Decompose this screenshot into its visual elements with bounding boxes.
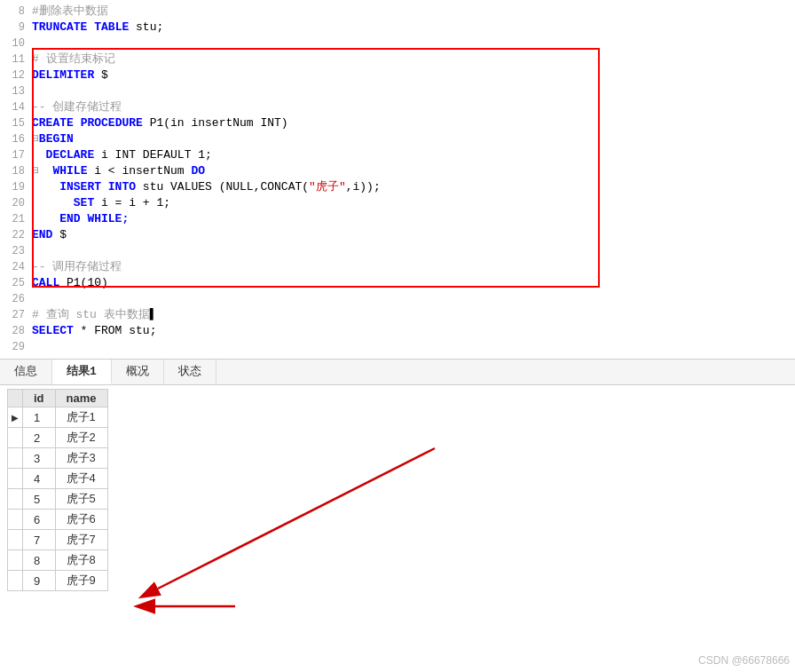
line-content: SET i = i + 1;: [32, 195, 795, 211]
code-line: 20 SET i = i + 1;: [0, 195, 795, 211]
tab-信息[interactable]: 信息: [0, 360, 52, 384]
line-number: 23: [0, 243, 32, 259]
line-content: -- 调用存储过程: [32, 259, 795, 275]
cell-id: 2: [23, 428, 56, 448]
table-row[interactable]: 5虎子5: [8, 489, 108, 510]
cell-name: 虎子1: [55, 407, 107, 428]
table-row[interactable]: 4虎子4: [8, 469, 108, 489]
line-content: CREATE PROCEDURE P1(in insertNum INT): [32, 115, 795, 131]
code-line: 10: [0, 36, 795, 51]
line-content: [32, 83, 795, 99]
cell-id: 6: [23, 510, 56, 530]
table-row[interactable]: 8虎子8: [8, 550, 108, 571]
code-line: 27# 查询 stu 表中数据▌: [0, 307, 795, 323]
result-table-wrap: idname▶1虎子12虎子23虎子34虎子45虎子56虎子67虎子78虎子89…: [0, 385, 795, 591]
line-content: [32, 36, 795, 51]
line-number: 15: [0, 115, 32, 131]
cell-id: 5: [23, 489, 56, 510]
cell-name: 虎子6: [55, 510, 107, 530]
code-line: 19 INSERT INTO stu VALUES (NULL,CONCAT("…: [0, 179, 795, 195]
line-number: 11: [0, 51, 32, 67]
cell-name: 虎子9: [55, 571, 107, 591]
line-number: 16: [0, 131, 32, 147]
code-line: 11# 设置结束标记: [0, 51, 795, 67]
code-lines: 8#删除表中数据9TRUNCATE TABLE stu;10 11# 设置结束标…: [0, 4, 795, 355]
code-line: 14-- 创建存储过程: [0, 99, 795, 115]
line-number: 29: [0, 339, 32, 355]
line-number: 14: [0, 99, 32, 115]
cell-id: 9: [23, 571, 56, 591]
code-line: 8#删除表中数据: [0, 4, 795, 20]
line-content: ⊟ WHILE i < insertNum DO: [32, 163, 795, 179]
line-content: # 查询 stu 表中数据▌: [32, 307, 795, 323]
code-line: 22END $: [0, 227, 795, 243]
code-editor[interactable]: 8#删除表中数据9TRUNCATE TABLE stu;10 11# 设置结束标…: [0, 0, 795, 360]
line-number: 13: [0, 83, 32, 99]
line-number: 28: [0, 323, 32, 339]
cell-id: 3: [23, 448, 56, 469]
cell-id: 7: [23, 530, 56, 550]
code-line: 18⊟ WHILE i < insertNum DO: [0, 163, 795, 179]
table-row[interactable]: 7虎子7: [8, 530, 108, 550]
line-content: -- 创建存储过程: [32, 99, 795, 115]
code-line: 15CREATE PROCEDURE P1(in insertNum INT): [0, 115, 795, 131]
code-line: 12DELIMITER $: [0, 67, 795, 83]
table-row[interactable]: 2虎子2: [8, 428, 108, 448]
code-line: 29: [0, 339, 795, 355]
line-number: 12: [0, 67, 32, 83]
line-number: 18: [0, 163, 32, 179]
line-number: 25: [0, 275, 32, 291]
cell-id: 8: [23, 550, 56, 571]
line-content: INSERT INTO stu VALUES (NULL,CONCAT("虎子"…: [32, 179, 795, 195]
tab-概况[interactable]: 概况: [112, 360, 164, 384]
code-line: 17 DECLARE i INT DEFAULT 1;: [0, 147, 795, 163]
line-number: 26: [0, 291, 32, 307]
tab-状态[interactable]: 状态: [164, 360, 216, 384]
code-line: 21 END WHILE;: [0, 211, 795, 227]
line-number: 8: [0, 4, 32, 20]
line-number: 24: [0, 259, 32, 275]
line-content: ⊟BEGIN: [32, 131, 795, 147]
line-number: 21: [0, 211, 32, 227]
table-row[interactable]: 6虎子6: [8, 510, 108, 530]
line-content: END WHILE;: [32, 211, 795, 227]
line-number: 20: [0, 195, 32, 211]
line-number: 17: [0, 147, 32, 163]
line-number: 10: [0, 36, 32, 51]
code-line: 25CALL P1(10): [0, 275, 795, 291]
line-content: [32, 339, 795, 355]
tab-结果1[interactable]: 结果1: [52, 360, 112, 384]
tabs-bar: 信息结果1概况状态: [0, 360, 795, 385]
line-content: TRUNCATE TABLE stu;: [32, 20, 795, 36]
table-row[interactable]: 9虎子9: [8, 571, 108, 591]
table-row[interactable]: 3虎子3: [8, 448, 108, 469]
line-content: DECLARE i INT DEFAULT 1;: [32, 147, 795, 163]
cell-id: 4: [23, 469, 56, 489]
line-content: DELIMITER $: [32, 67, 795, 83]
line-content: CALL P1(10): [32, 275, 795, 291]
line-number: 27: [0, 307, 32, 323]
col-header-id: id: [23, 390, 56, 407]
line-content: [32, 243, 795, 259]
line-content: # 设置结束标记: [32, 51, 795, 67]
col-header-name: name: [55, 390, 107, 407]
code-line: 13: [0, 83, 795, 99]
watermark: CSDN @66678666: [698, 654, 790, 667]
code-line: 23: [0, 243, 795, 259]
cell-name: 虎子3: [55, 448, 107, 469]
line-content: END $: [32, 227, 795, 243]
code-line: 24-- 调用存储过程: [0, 259, 795, 275]
code-line: 26: [0, 291, 795, 307]
cell-name: 虎子7: [55, 530, 107, 550]
code-line: 9TRUNCATE TABLE stu;: [0, 20, 795, 36]
line-content: [32, 291, 795, 307]
line-number: 22: [0, 227, 32, 243]
line-content: #删除表中数据: [32, 4, 795, 20]
cell-name: 虎子8: [55, 550, 107, 571]
results-area: 信息结果1概况状态 idname▶1虎子12虎子23虎子34虎子45虎子56虎子…: [0, 360, 795, 591]
code-line: 16⊟BEGIN: [0, 131, 795, 147]
result-table: idname▶1虎子12虎子23虎子34虎子45虎子56虎子67虎子78虎子89…: [7, 389, 108, 591]
cell-name: 虎子4: [55, 469, 107, 489]
cell-id: 1: [23, 407, 56, 428]
table-row[interactable]: ▶1虎子1: [8, 407, 108, 428]
